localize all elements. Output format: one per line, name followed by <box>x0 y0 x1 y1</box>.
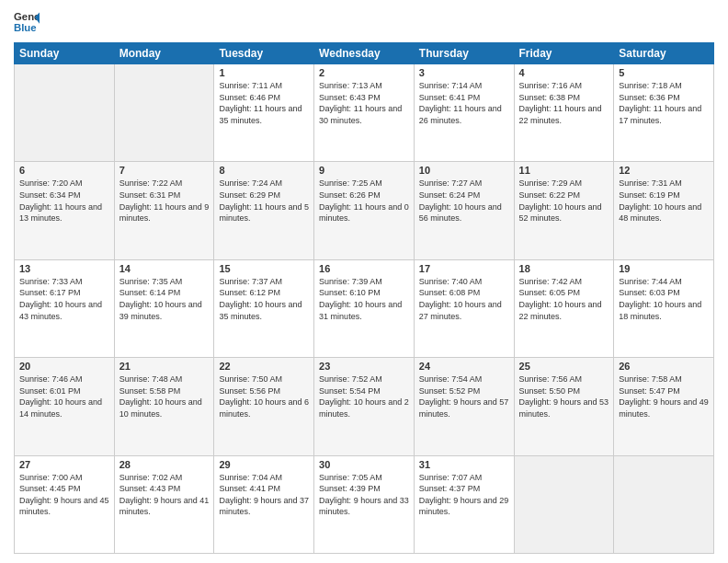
day-number: 2 <box>319 67 409 78</box>
calendar-cell: 10Sunrise: 7:27 AMSunset: 6:24 PMDayligh… <box>414 162 514 259</box>
day-number: 31 <box>419 459 509 470</box>
day-number: 9 <box>319 165 409 176</box>
calendar-cell <box>614 455 714 553</box>
calendar-cell: 27Sunrise: 7:00 AMSunset: 4:45 PMDayligh… <box>15 455 115 553</box>
cell-details: Sunrise: 7:46 AMSunset: 6:01 PMDaylight:… <box>19 373 109 419</box>
day-number: 26 <box>619 361 709 372</box>
day-number: 28 <box>119 459 210 470</box>
cell-details: Sunrise: 7:02 AMSunset: 4:43 PMDaylight:… <box>119 472 210 518</box>
day-number: 7 <box>119 165 210 176</box>
day-number: 3 <box>419 67 509 78</box>
day-number: 17 <box>419 263 509 274</box>
calendar-cell: 14Sunrise: 7:35 AMSunset: 6:14 PMDayligh… <box>114 259 214 357</box>
day-number: 6 <box>19 165 109 176</box>
day-header-monday: Monday <box>114 43 214 64</box>
day-number: 30 <box>319 459 409 470</box>
calendar-cell: 28Sunrise: 7:02 AMSunset: 4:43 PMDayligh… <box>114 455 214 553</box>
calendar-cell: 11Sunrise: 7:29 AMSunset: 6:22 PMDayligh… <box>514 162 614 259</box>
calendar-table: SundayMondayTuesdayWednesdayThursdayFrid… <box>14 42 714 554</box>
day-number: 1 <box>219 67 309 78</box>
day-number: 13 <box>19 263 109 274</box>
day-number: 23 <box>319 361 409 372</box>
cell-details: Sunrise: 7:04 AMSunset: 4:41 PMDaylight:… <box>219 472 309 518</box>
days-header-row: SundayMondayTuesdayWednesdayThursdayFrid… <box>15 43 714 64</box>
cell-details: Sunrise: 7:07 AMSunset: 4:37 PMDaylight:… <box>419 472 509 518</box>
day-number: 11 <box>519 165 609 176</box>
day-number: 24 <box>419 361 509 372</box>
cell-details: Sunrise: 7:05 AMSunset: 4:39 PMDaylight:… <box>319 472 409 518</box>
day-header-friday: Friday <box>514 43 614 64</box>
calendar-cell <box>114 64 214 162</box>
calendar-cell <box>15 64 115 162</box>
day-number: 22 <box>219 361 309 372</box>
day-number: 5 <box>619 67 709 78</box>
day-number: 20 <box>19 361 109 372</box>
day-number: 25 <box>519 361 609 372</box>
cell-details: Sunrise: 7:37 AMSunset: 6:12 PMDaylight:… <box>219 276 309 322</box>
calendar-cell: 23Sunrise: 7:52 AMSunset: 5:54 PMDayligh… <box>314 358 415 455</box>
calendar-cell: 4Sunrise: 7:16 AMSunset: 6:38 PMDaylight… <box>514 64 614 162</box>
calendar-cell: 24Sunrise: 7:54 AMSunset: 5:52 PMDayligh… <box>414 358 514 455</box>
calendar-cell: 9Sunrise: 7:25 AMSunset: 6:26 PMDaylight… <box>314 162 415 259</box>
calendar-cell: 29Sunrise: 7:04 AMSunset: 4:41 PMDayligh… <box>214 455 314 553</box>
day-header-saturday: Saturday <box>614 43 714 64</box>
calendar-cell: 5Sunrise: 7:18 AMSunset: 6:36 PMDaylight… <box>614 64 714 162</box>
calendar-cell: 16Sunrise: 7:39 AMSunset: 6:10 PMDayligh… <box>314 259 415 357</box>
day-number: 4 <box>519 67 609 78</box>
day-header-thursday: Thursday <box>414 43 514 64</box>
day-header-wednesday: Wednesday <box>314 43 415 64</box>
cell-details: Sunrise: 7:11 AMSunset: 6:46 PMDaylight:… <box>219 80 309 126</box>
cell-details: Sunrise: 7:18 AMSunset: 6:36 PMDaylight:… <box>619 80 709 126</box>
calendar-cell: 17Sunrise: 7:40 AMSunset: 6:08 PMDayligh… <box>414 259 514 357</box>
day-number: 27 <box>19 459 109 470</box>
calendar-cell: 18Sunrise: 7:42 AMSunset: 6:05 PMDayligh… <box>514 259 614 357</box>
header: General Blue <box>14 9 714 35</box>
day-number: 14 <box>119 263 210 274</box>
day-number: 29 <box>219 459 309 470</box>
cell-details: Sunrise: 7:16 AMSunset: 6:38 PMDaylight:… <box>519 80 609 126</box>
cell-details: Sunrise: 7:58 AMSunset: 5:47 PMDaylight:… <box>619 373 709 419</box>
calendar-cell: 20Sunrise: 7:46 AMSunset: 6:01 PMDayligh… <box>15 358 115 455</box>
day-number: 8 <box>219 165 309 176</box>
day-number: 18 <box>519 263 609 274</box>
day-header-tuesday: Tuesday <box>214 43 314 64</box>
cell-details: Sunrise: 7:00 AMSunset: 4:45 PMDaylight:… <box>19 472 109 518</box>
calendar-cell: 7Sunrise: 7:22 AMSunset: 6:31 PMDaylight… <box>114 162 214 259</box>
logo-icon: General Blue <box>14 9 40 35</box>
cell-details: Sunrise: 7:25 AMSunset: 6:26 PMDaylight:… <box>319 178 409 224</box>
cell-details: Sunrise: 7:22 AMSunset: 6:31 PMDaylight:… <box>119 178 210 224</box>
week-row-4: 20Sunrise: 7:46 AMSunset: 6:01 PMDayligh… <box>15 358 714 455</box>
week-row-3: 13Sunrise: 7:33 AMSunset: 6:17 PMDayligh… <box>15 259 714 357</box>
cell-details: Sunrise: 7:13 AMSunset: 6:43 PMDaylight:… <box>319 80 409 126</box>
calendar-cell: 25Sunrise: 7:56 AMSunset: 5:50 PMDayligh… <box>514 358 614 455</box>
calendar-cell: 3Sunrise: 7:14 AMSunset: 6:41 PMDaylight… <box>414 64 514 162</box>
week-row-2: 6Sunrise: 7:20 AMSunset: 6:34 PMDaylight… <box>15 162 714 259</box>
calendar-cell: 12Sunrise: 7:31 AMSunset: 6:19 PMDayligh… <box>614 162 714 259</box>
calendar-cell: 15Sunrise: 7:37 AMSunset: 6:12 PMDayligh… <box>214 259 314 357</box>
cell-details: Sunrise: 7:29 AMSunset: 6:22 PMDaylight:… <box>519 178 609 224</box>
cell-details: Sunrise: 7:14 AMSunset: 6:41 PMDaylight:… <box>419 80 509 126</box>
cell-details: Sunrise: 7:44 AMSunset: 6:03 PMDaylight:… <box>619 276 709 322</box>
page: General Blue SundayMondayTuesdayWednesda… <box>0 0 728 563</box>
cell-details: Sunrise: 7:50 AMSunset: 5:56 PMDaylight:… <box>219 373 309 419</box>
calendar-cell: 8Sunrise: 7:24 AMSunset: 6:29 PMDaylight… <box>214 162 314 259</box>
cell-details: Sunrise: 7:48 AMSunset: 5:58 PMDaylight:… <box>119 373 210 419</box>
day-number: 15 <box>219 263 309 274</box>
calendar-cell: 1Sunrise: 7:11 AMSunset: 6:46 PMDaylight… <box>214 64 314 162</box>
calendar-cell: 31Sunrise: 7:07 AMSunset: 4:37 PMDayligh… <box>414 455 514 553</box>
day-number: 16 <box>319 263 409 274</box>
calendar-cell <box>514 455 614 553</box>
cell-details: Sunrise: 7:20 AMSunset: 6:34 PMDaylight:… <box>19 178 109 224</box>
cell-details: Sunrise: 7:24 AMSunset: 6:29 PMDaylight:… <box>219 178 309 224</box>
cell-details: Sunrise: 7:27 AMSunset: 6:24 PMDaylight:… <box>419 178 509 224</box>
day-header-sunday: Sunday <box>15 43 115 64</box>
calendar-cell: 22Sunrise: 7:50 AMSunset: 5:56 PMDayligh… <box>214 358 314 455</box>
day-number: 12 <box>619 165 709 176</box>
cell-details: Sunrise: 7:35 AMSunset: 6:14 PMDaylight:… <box>119 276 210 322</box>
calendar-cell: 30Sunrise: 7:05 AMSunset: 4:39 PMDayligh… <box>314 455 415 553</box>
cell-details: Sunrise: 7:39 AMSunset: 6:10 PMDaylight:… <box>319 276 409 322</box>
cell-details: Sunrise: 7:31 AMSunset: 6:19 PMDaylight:… <box>619 178 709 224</box>
calendar-cell: 6Sunrise: 7:20 AMSunset: 6:34 PMDaylight… <box>15 162 115 259</box>
day-number: 19 <box>619 263 709 274</box>
cell-details: Sunrise: 7:56 AMSunset: 5:50 PMDaylight:… <box>519 373 609 419</box>
